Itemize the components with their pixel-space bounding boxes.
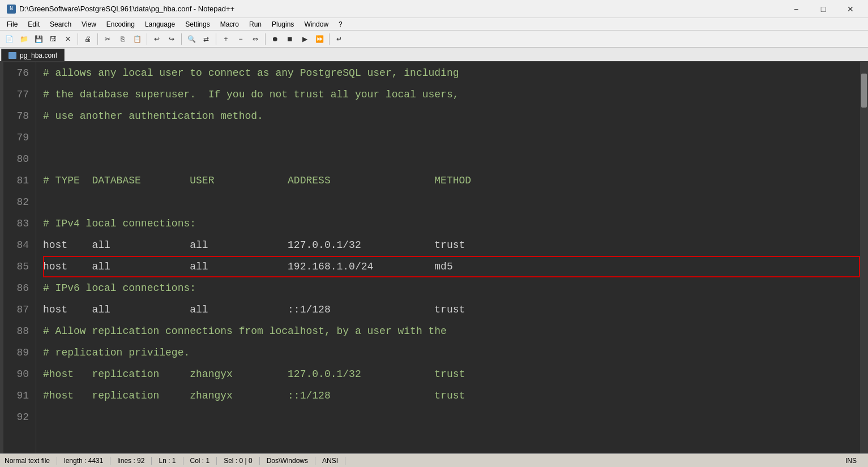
line-number: 81 bbox=[8, 170, 29, 191]
vertical-scrollbar[interactable] bbox=[860, 62, 868, 453]
cursor-col: Col : 1 bbox=[190, 457, 217, 465]
open-button[interactable]: 📁 bbox=[17, 33, 31, 45]
sync-button[interactable]: ⇔ bbox=[249, 33, 262, 45]
code-line bbox=[43, 406, 860, 428]
paste-button[interactable]: 📋 bbox=[130, 33, 144, 45]
undo-button[interactable]: ↩ bbox=[150, 33, 164, 45]
code-line: # use another authentication method. bbox=[43, 105, 860, 127]
zoom-in-button[interactable]: + bbox=[219, 33, 233, 45]
line-number: 82 bbox=[8, 191, 29, 213]
toolbar-separator-5 bbox=[216, 33, 216, 45]
new-button[interactable]: 📄 bbox=[2, 33, 16, 45]
menu-item-edit[interactable]: Edit bbox=[23, 19, 44, 29]
line-number: 89 bbox=[8, 342, 29, 363]
menu-item-?[interactable]: ? bbox=[334, 19, 347, 29]
menu-item-language[interactable]: Language bbox=[140, 19, 179, 29]
toolbar-separator-3 bbox=[147, 33, 147, 45]
macro-fast-button[interactable]: ⏩ bbox=[313, 33, 326, 45]
code-line: #host replication zhangyx ::1/128 trust bbox=[43, 385, 860, 406]
replace-button[interactable]: ⇄ bbox=[199, 33, 213, 45]
code-line: # Allow replication connections from loc… bbox=[43, 320, 860, 342]
code-line: # IPv6 local connections: bbox=[43, 277, 860, 299]
menu-item-file[interactable]: File bbox=[2, 19, 22, 29]
line-number: 92 bbox=[8, 406, 29, 428]
macro-play-button[interactable]: ▶ bbox=[298, 33, 311, 45]
code-line: host all all 127.0.0.1/32 trust bbox=[43, 234, 860, 256]
code-line: # allows any local user to connect as an… bbox=[43, 62, 860, 84]
line-numbers: 7677787980818283848586878889909192 bbox=[3, 62, 36, 453]
code-line: #host replication zhangyx 127.0.0.1/32 t… bbox=[43, 363, 860, 385]
line-number: 77 bbox=[8, 84, 29, 105]
selection: Sel : 0 | 0 bbox=[224, 457, 259, 465]
title-bar: N D:\GreenSoftware\PostgreSQL961\data\pg… bbox=[0, 0, 868, 18]
macro-record-button[interactable]: ⏺ bbox=[268, 33, 282, 45]
zoom-out-button[interactable]: − bbox=[234, 33, 247, 45]
code-content[interactable]: # allows any local user to connect as an… bbox=[36, 62, 860, 453]
line-number: 78 bbox=[8, 105, 29, 127]
code-line: # the database superuser. If you do not … bbox=[43, 84, 860, 105]
menu-item-plugins[interactable]: Plugins bbox=[267, 19, 298, 29]
macro-stop-button[interactable]: ⏹ bbox=[283, 33, 297, 45]
toolbar-separator-1 bbox=[78, 33, 78, 45]
code-line: # TYPE DATABASE USER ADDRESS METHOD bbox=[43, 170, 860, 191]
toolbar-separator-7 bbox=[329, 33, 330, 45]
window-controls: − □ ✕ bbox=[783, 1, 863, 17]
line-number: 86 bbox=[8, 277, 29, 299]
toolbar-separator-4 bbox=[181, 33, 182, 45]
scroll-thumb[interactable] bbox=[861, 74, 867, 108]
status-bar: Normal text file length : 4431 lines : 9… bbox=[0, 453, 868, 467]
code-line bbox=[43, 148, 860, 170]
line-number: 90 bbox=[8, 363, 29, 385]
line-format: Dos\Windows bbox=[267, 457, 315, 465]
tab-bar: pg_hba.conf bbox=[0, 48, 868, 62]
toolbar: 📄 📁 💾 🖫 ✕ 🖨 ✂ ⎘ 📋 ↩ ↪ 🔍 ⇄ + − ⇔ ⏺ ⏹ ▶ ⏩ … bbox=[0, 31, 868, 48]
code-line: # IPv4 local connections: bbox=[43, 213, 860, 234]
line-number: 91 bbox=[8, 385, 29, 406]
minimize-button[interactable]: − bbox=[783, 1, 809, 17]
encoding: ANSI bbox=[322, 457, 345, 465]
print-button[interactable]: 🖨 bbox=[81, 33, 95, 45]
line-number: 79 bbox=[8, 127, 29, 148]
line-number: 88 bbox=[8, 320, 29, 342]
line-number: 76 bbox=[8, 62, 29, 84]
save-all-button[interactable]: 🖫 bbox=[46, 33, 60, 45]
copy-button[interactable]: ⎘ bbox=[116, 33, 129, 45]
tab-icon bbox=[8, 52, 16, 59]
code-line: # replication privilege. bbox=[43, 342, 860, 363]
close-button[interactable]: ✕ bbox=[837, 1, 863, 17]
wordwrap-button[interactable]: ↵ bbox=[332, 33, 346, 45]
app-icon: N bbox=[7, 5, 16, 14]
code-line bbox=[43, 127, 860, 148]
line-number: 85 bbox=[8, 256, 29, 277]
code-line bbox=[43, 191, 860, 213]
redo-button[interactable]: ↪ bbox=[165, 33, 178, 45]
find-button[interactable]: 🔍 bbox=[185, 33, 198, 45]
toolbar-separator-2 bbox=[97, 33, 98, 45]
file-type: Normal text file bbox=[5, 457, 57, 465]
save-button[interactable]: 💾 bbox=[32, 33, 45, 45]
editor: 7677787980818283848586878889909192 # all… bbox=[0, 62, 868, 453]
menu-item-macro[interactable]: Macro bbox=[216, 19, 243, 29]
menu-item-encoding[interactable]: Encoding bbox=[102, 19, 139, 29]
menu-item-view[interactable]: View bbox=[77, 19, 101, 29]
menu-item-run[interactable]: Run bbox=[245, 19, 266, 29]
file-lines: lines : 92 bbox=[117, 457, 152, 465]
title-text: D:\GreenSoftware\PostgreSQL961\data\pg_h… bbox=[19, 5, 234, 13]
line-number: 80 bbox=[8, 148, 29, 170]
line-number: 83 bbox=[8, 213, 29, 234]
menu-item-settings[interactable]: Settings bbox=[181, 19, 214, 29]
code-line: host all all ::1/128 trust bbox=[43, 299, 860, 320]
maximize-button[interactable]: □ bbox=[810, 1, 836, 17]
file-length: length : 4431 bbox=[64, 457, 110, 465]
menu-bar: FileEditSearchViewEncodingLanguageSettin… bbox=[0, 18, 868, 31]
cursor-ln: Ln : 1 bbox=[159, 457, 183, 465]
tab-pg-hba[interactable]: pg_hba.conf bbox=[1, 49, 65, 61]
menu-item-search[interactable]: Search bbox=[45, 19, 76, 29]
insert-mode: INS bbox=[845, 457, 863, 465]
close-file-button[interactable]: ✕ bbox=[61, 33, 75, 45]
toolbar-separator-6 bbox=[265, 33, 266, 45]
code-line: host all all 192.168.1.0/24 md5 bbox=[43, 256, 860, 277]
cut-button[interactable]: ✂ bbox=[101, 33, 114, 45]
menu-item-window[interactable]: Window bbox=[300, 19, 333, 29]
line-number: 87 bbox=[8, 299, 29, 320]
